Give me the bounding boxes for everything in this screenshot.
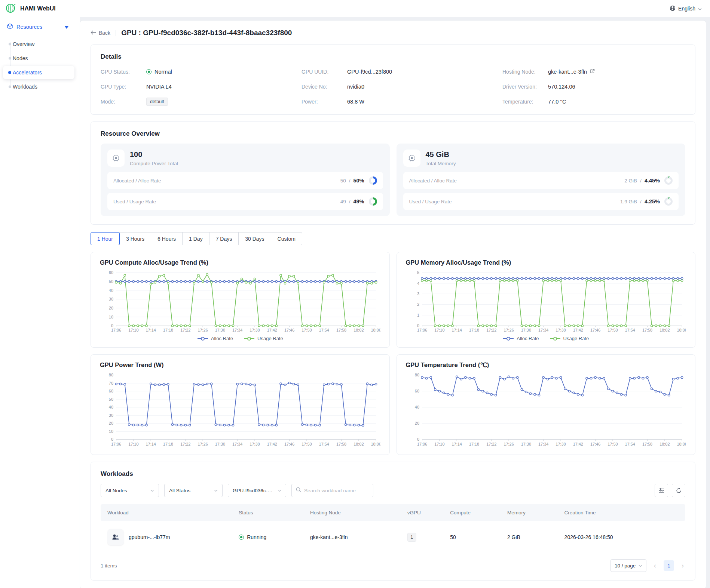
memory-total-value: 45 GiB bbox=[426, 150, 456, 159]
svg-text:17:46: 17:46 bbox=[590, 442, 600, 446]
memory-chip-icon bbox=[403, 150, 420, 167]
svg-text:17:10: 17:10 bbox=[434, 328, 444, 332]
workload-name: gpuburn-...-lb77m bbox=[129, 534, 170, 540]
tab-30-days[interactable]: 30 Days bbox=[238, 232, 271, 245]
svg-text:40: 40 bbox=[414, 405, 419, 409]
page-size-select[interactable]: 10 / page bbox=[610, 559, 646, 572]
svg-text:1: 1 bbox=[417, 313, 419, 317]
chart-legend[interactable]: Alloc RateUsage Rate bbox=[406, 336, 686, 341]
column-settings-button[interactable] bbox=[655, 484, 668, 497]
svg-text:80: 80 bbox=[414, 373, 419, 377]
compute-alloc-row: Allocated / Alloc Rate 50 / 50% bbox=[107, 172, 383, 189]
workloads-card: Workloads All Nodes All Status GPU-f9cd0… bbox=[91, 462, 695, 581]
compute-trend-chart: 010203040506017:0617:1017:1417:1817:2217… bbox=[100, 269, 380, 335]
next-page-icon[interactable]: › bbox=[680, 562, 685, 569]
tab-6-hours[interactable]: 6 Hours bbox=[151, 232, 183, 245]
refresh-icon bbox=[676, 488, 682, 493]
back-button[interactable]: Back bbox=[91, 30, 110, 36]
svg-text:17:26: 17:26 bbox=[198, 328, 208, 332]
items-count: 1 items bbox=[101, 563, 117, 569]
svg-text:30: 30 bbox=[109, 413, 113, 418]
field-mode: Mode: default bbox=[101, 97, 284, 106]
svg-text:17:14: 17:14 bbox=[452, 442, 462, 446]
workload-pods-icon bbox=[107, 529, 124, 545]
svg-text:17:42: 17:42 bbox=[573, 442, 583, 446]
tab-1-hour[interactable]: 1 Hour bbox=[91, 232, 120, 245]
sidebar-section-resources[interactable]: Resources bbox=[0, 17, 80, 35]
svg-text:17:46: 17:46 bbox=[590, 328, 600, 332]
svg-text:0: 0 bbox=[111, 323, 113, 328]
svg-text:4: 4 bbox=[417, 281, 419, 286]
chevron-down-icon bbox=[150, 489, 154, 492]
svg-text:17:50: 17:50 bbox=[302, 328, 312, 332]
compute-usage-row: Used / Usage Rate 49 / 49% bbox=[107, 193, 383, 210]
svg-text:17:18: 17:18 bbox=[163, 442, 173, 446]
prev-page-icon[interactable]: ‹ bbox=[652, 562, 658, 569]
pagination: 10 / page ‹ 1 › bbox=[610, 559, 685, 572]
field-gpu-type: GPU Type: NVIDIA L4 bbox=[101, 82, 284, 91]
svg-text:17:30: 17:30 bbox=[521, 328, 531, 332]
tab-3-hours[interactable]: 3 Hours bbox=[119, 232, 151, 245]
sidebar-item-accelerators[interactable]: Accelerators bbox=[3, 66, 74, 79]
tab-custom[interactable]: Custom bbox=[271, 232, 302, 245]
chart-title: GPU Temperature Trend (℃) bbox=[406, 361, 686, 369]
mode-tag: default bbox=[146, 98, 168, 106]
svg-text:50: 50 bbox=[109, 279, 113, 284]
field-hosting-node: Hosting Node: gke-kant...e-3fln bbox=[502, 67, 685, 76]
resource-overview-card: Resource Overview 100 bbox=[91, 121, 695, 225]
external-link-icon[interactable] bbox=[590, 69, 595, 75]
refresh-button[interactable] bbox=[672, 484, 685, 497]
memory-usage-row: Used / Usage Rate 1.9 GiB / 4.25% bbox=[403, 193, 679, 210]
sidebar: Resources Overview Nodes Accelerators Wo… bbox=[0, 17, 80, 588]
field-temperature: Temperature: 77.0 °C bbox=[502, 97, 685, 106]
svg-text:17:06: 17:06 bbox=[111, 328, 121, 332]
bullet-icon bbox=[9, 43, 11, 46]
search-input[interactable] bbox=[304, 488, 369, 493]
workloads-table-header: Workload Status Hosting Node vGPU Comput… bbox=[101, 504, 685, 521]
progress-ring bbox=[369, 176, 377, 185]
table-row[interactable]: gpuburn-...-lb77m Running gke-kant...e-3… bbox=[101, 521, 685, 553]
svg-text:17:38: 17:38 bbox=[250, 328, 260, 332]
power-trend-chart-card: GPU Power Trend (W) 0102030405060708017:… bbox=[91, 354, 390, 455]
details-card: Details GPU Status: Normal GPU Type: NVI… bbox=[91, 44, 695, 115]
svg-text:17:14: 17:14 bbox=[146, 328, 156, 332]
chart-legend[interactable]: Alloc RateUsage Rate bbox=[100, 336, 380, 341]
bullet-icon bbox=[9, 57, 11, 60]
language-selector[interactable]: English bbox=[670, 5, 702, 12]
gpu-filter-select[interactable]: GPU-f9cd036c-382... bbox=[228, 484, 286, 497]
svg-text:17:06: 17:06 bbox=[111, 442, 121, 446]
sidebar-item-workloads[interactable]: Workloads bbox=[3, 80, 74, 93]
details-col-1: GPU Status: Normal GPU Type: NVIDIA L4 M… bbox=[101, 67, 284, 106]
svg-text:17:38: 17:38 bbox=[556, 442, 566, 446]
field-device-no: Device No: nvidia0 bbox=[302, 82, 484, 91]
field-gpu-status: GPU Status: Normal bbox=[101, 67, 284, 76]
svg-text:70: 70 bbox=[109, 381, 113, 385]
svg-text:17:50: 17:50 bbox=[608, 328, 618, 332]
sidebar-item-nodes[interactable]: Nodes bbox=[3, 52, 74, 65]
resource-overview-grid: 100 Compute Power Total Allocated / Allo… bbox=[101, 144, 685, 216]
total-memory-card: 45 GiB Total Memory Allocated / Alloc Ra… bbox=[397, 144, 686, 216]
node-filter-select[interactable]: All Nodes bbox=[101, 484, 159, 497]
svg-text:17:50: 17:50 bbox=[608, 442, 618, 446]
svg-text:17:14: 17:14 bbox=[452, 328, 462, 332]
vgpu-count-tag: 1 bbox=[407, 533, 416, 542]
progress-ring bbox=[664, 176, 673, 185]
memory-trend-chart-card: GPU Memory Alloc/Usage Trend (%) 0123451… bbox=[397, 252, 696, 348]
status-normal-icon bbox=[146, 69, 152, 74]
status-filter-select[interactable]: All Status bbox=[164, 484, 223, 497]
tab-7-days[interactable]: 7 Days bbox=[209, 232, 239, 245]
tab-1-day[interactable]: 1 Day bbox=[182, 232, 209, 245]
svg-text:17:06: 17:06 bbox=[417, 442, 427, 446]
svg-text:17:50: 17:50 bbox=[302, 442, 312, 446]
sidebar-item-overview[interactable]: Overview bbox=[3, 37, 74, 51]
sidebar-items: Overview Nodes Accelerators Workloads bbox=[0, 35, 80, 93]
compute-trend-chart-card: GPU Compute Alloc/Usage Trend (%) 010203… bbox=[91, 252, 390, 348]
svg-text:18:02: 18:02 bbox=[659, 442, 670, 446]
svg-text:17:34: 17:34 bbox=[232, 442, 242, 446]
svg-text:20: 20 bbox=[109, 306, 113, 310]
compute-total-label: Compute Power Total bbox=[130, 161, 178, 166]
page-number[interactable]: 1 bbox=[664, 560, 674, 571]
svg-text:60: 60 bbox=[414, 389, 419, 393]
cube-icon bbox=[7, 23, 13, 31]
svg-text:17:22: 17:22 bbox=[486, 442, 496, 446]
